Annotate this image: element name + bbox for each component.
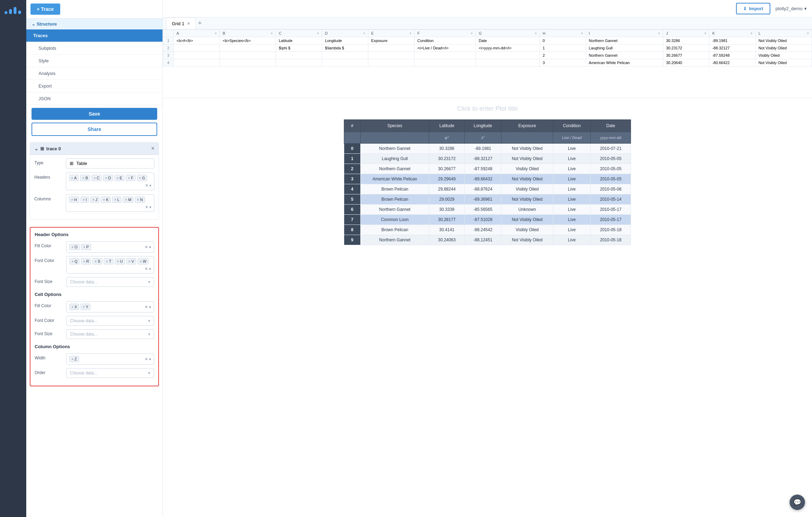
col-tag-N[interactable]: × N: [135, 197, 145, 203]
headers-tags[interactable]: × A × B × C × D × E × F × G × ▾: [66, 173, 154, 190]
col-tag-J[interactable]: × J: [90, 197, 99, 203]
cell-I-1[interactable]: Laughing Gull: [586, 44, 663, 52]
cell-E-3[interactable]: [368, 59, 415, 67]
cell-fill-clear-button[interactable]: ×: [145, 304, 148, 310]
header-tag-B[interactable]: × B: [80, 175, 90, 181]
col-header-K[interactable]: K ▾: [709, 30, 756, 37]
grid-tab-1[interactable]: Grid 1 ×: [166, 18, 196, 29]
cell-fill-tag-Y[interactable]: × Y: [81, 304, 90, 310]
cell-G-3[interactable]: [476, 59, 540, 67]
chat-icon[interactable]: 💬: [790, 495, 805, 510]
cell-F-3[interactable]: [415, 59, 476, 67]
cell-E-0[interactable]: Exposure: [368, 37, 415, 44]
remove-E-icon[interactable]: ×: [117, 176, 119, 180]
cell-C-0[interactable]: Latitude: [276, 37, 322, 44]
columns-tags[interactable]: × H × I × J × K × L × M × N × ▾: [66, 194, 154, 212]
font-clear-button[interactable]: ×: [145, 266, 148, 271]
header-tag-C[interactable]: × C: [91, 175, 102, 181]
remove-B-icon[interactable]: ×: [82, 176, 84, 180]
cell-J-2[interactable]: 30.26677: [663, 52, 709, 59]
cell-L-0[interactable]: Not Visibly Oiled: [756, 37, 812, 44]
spreadsheet-table-wrapper[interactable]: A ▾ B ▾ C ▾ D ▾ E ▾ F ▾ G ▾ H ▾ I ▾ J ▾ …: [163, 29, 812, 96]
sidebar-item-analysis[interactable]: Analysis: [26, 67, 162, 80]
cell-J-0[interactable]: 30.3286: [663, 37, 709, 44]
sidebar-item-export[interactable]: Export: [26, 80, 162, 92]
column-width-tags[interactable]: × Z × ▾: [66, 353, 154, 365]
col-header-B[interactable]: B ▾: [220, 30, 276, 37]
cell-C-1[interactable]: $\phi $: [276, 44, 322, 52]
header-tag-G[interactable]: × G: [137, 175, 147, 181]
sidebar-item-subplots[interactable]: Subplots: [26, 42, 162, 55]
header-tag-A[interactable]: × A: [69, 175, 79, 181]
type-selector[interactable]: ⊞ Table: [66, 158, 154, 168]
cell-K-1[interactable]: -88.32127: [709, 44, 756, 52]
col-header-L[interactable]: L ▾: [756, 30, 812, 37]
plot-title-placeholder[interactable]: Click to enter Plot title: [457, 105, 518, 112]
cell-L-3[interactable]: Not Visibly Oiled: [756, 59, 812, 67]
header-font-color-tags[interactable]: × Q × R × S × T × U × V × W × ▾: [66, 256, 154, 274]
cell-G-1[interactable]: <i>yyyy-mm-dd</i>: [476, 44, 540, 52]
cell-K-3[interactable]: -80.66422: [709, 59, 756, 67]
font-tag-S[interactable]: × S: [92, 258, 102, 264]
fill-clear-button[interactable]: ×: [145, 244, 148, 250]
cell-H-3[interactable]: 3: [540, 59, 586, 67]
cell-A-0[interactable]: <b>#</b>: [174, 37, 220, 44]
remove-N-icon[interactable]: ×: [137, 198, 139, 202]
cell-font-size-select[interactable]: Choose data... ▾: [66, 329, 154, 339]
remove-J-icon[interactable]: ×: [92, 198, 95, 202]
remove-G-icon[interactable]: ×: [139, 176, 141, 180]
chart-area[interactable]: Click to enter Plot title # Species Lati…: [163, 98, 812, 517]
cell-K-2[interactable]: -87.59248: [709, 52, 756, 59]
cell-B-3[interactable]: [220, 59, 276, 67]
font-tag-W[interactable]: × W: [138, 258, 148, 264]
headers-clear-button[interactable]: ×: [145, 182, 148, 188]
col-tag-I[interactable]: × I: [81, 197, 89, 203]
cell-fill-color-tags[interactable]: × X × Y × ▾: [66, 301, 154, 312]
font-tag-V[interactable]: × V: [126, 258, 136, 264]
cell-F-0[interactable]: Condition: [415, 37, 476, 44]
cell-A-2[interactable]: [174, 52, 220, 59]
col-tag-K[interactable]: × K: [101, 197, 111, 203]
row-num-cell[interactable]: 1: [163, 37, 174, 44]
remove-A-icon[interactable]: ×: [71, 176, 73, 180]
cell-J-3[interactable]: 30.20640: [663, 59, 709, 67]
cell-E-2[interactable]: [368, 52, 415, 59]
cell-D-2[interactable]: [322, 52, 368, 59]
header-tag-E[interactable]: × E: [114, 175, 124, 181]
col-header-A[interactable]: A ▾: [174, 30, 220, 37]
remove-I-icon[interactable]: ×: [83, 198, 85, 202]
font-tag-T[interactable]: × T: [104, 258, 113, 264]
header-tag-D[interactable]: × D: [103, 175, 113, 181]
cell-I-3[interactable]: American White Pelican: [586, 59, 663, 67]
cell-H-1[interactable]: 1: [540, 44, 586, 52]
col-header-I[interactable]: I ▾: [586, 30, 663, 37]
cell-C-3[interactable]: [276, 59, 322, 67]
width-clear-button[interactable]: ×: [145, 356, 148, 362]
col-header-J[interactable]: J ▾: [663, 30, 709, 37]
cell-A-3[interactable]: [174, 59, 220, 67]
cell-C-2[interactable]: [276, 52, 322, 59]
col-header-G[interactable]: G ▾: [476, 30, 540, 37]
remove-L-icon[interactable]: ×: [114, 198, 116, 202]
cell-font-color-select[interactable]: Choose data... ▾: [66, 316, 154, 326]
font-tag-U[interactable]: × U: [115, 258, 125, 264]
cell-F-2[interactable]: [415, 52, 476, 59]
cell-B-2[interactable]: [220, 52, 276, 59]
cell-A-1[interactable]: [174, 44, 220, 52]
col-header-E[interactable]: E ▾: [368, 30, 415, 37]
cell-fill-dropdown-arrow[interactable]: ▾: [149, 305, 151, 309]
sidebar-item-style[interactable]: Style: [26, 55, 162, 67]
cell-E-1[interactable]: [368, 44, 415, 52]
row-num-cell[interactable]: 2: [163, 44, 174, 52]
cell-H-0[interactable]: 0: [540, 37, 586, 44]
font-dropdown-arrow[interactable]: ▾: [149, 267, 151, 271]
remove-F-icon[interactable]: ×: [128, 176, 130, 180]
row-num-cell[interactable]: 3: [163, 52, 174, 59]
share-button[interactable]: Share: [32, 123, 157, 136]
header-font-size-select[interactable]: Choose data... ▾: [66, 277, 154, 287]
sidebar-item-traces[interactable]: Traces: [26, 29, 162, 42]
col-header-F[interactable]: F ▾: [415, 30, 476, 37]
import-button[interactable]: ⇓ Import: [736, 3, 770, 14]
cell-I-2[interactable]: Northern Gannet: [586, 52, 663, 59]
user-menu[interactable]: plotly2_demo ▾: [776, 6, 807, 11]
